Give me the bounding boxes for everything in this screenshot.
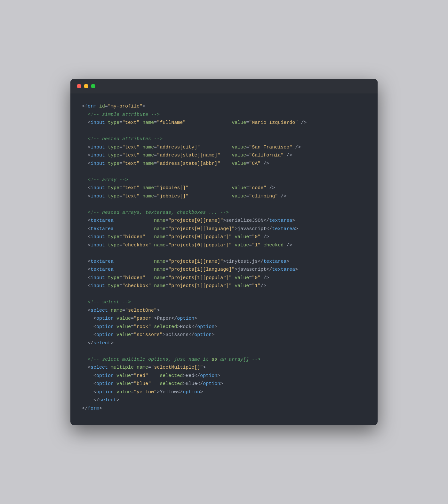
code-line: </select> (82, 396, 366, 404)
code-line: <input type="checkbox" name="projects[1]… (82, 282, 366, 290)
close-button[interactable] (77, 84, 81, 88)
code-line: <input type="hidden" name="projects[0][p… (82, 233, 366, 241)
blank-line (82, 249, 366, 258)
code-line: <input type="text" name="jobbies[]" valu… (82, 192, 366, 201)
code-line: <textarea name="projects[1][name]">tinyt… (82, 258, 366, 266)
blank-line (82, 290, 366, 299)
code-line: <!-- select --> (82, 298, 366, 307)
blank-line (82, 347, 366, 356)
code-line: <option value="rock" selected>Rock</opti… (82, 323, 366, 331)
code-line: <input type="text" name="fullName" value… (82, 119, 366, 127)
titlebar (70, 79, 378, 93)
code-line: <textarea name="projects[0][name]">seria… (82, 217, 366, 225)
code-line: <option value="scissors">Scissors</optio… (82, 331, 366, 339)
code-line: <input type="text" name="address[state][… (82, 160, 366, 168)
code-line: <select name="selectOne"> (82, 307, 366, 315)
code-line: <textarea name="projects[1][language]">j… (82, 266, 366, 274)
code-line: <option value="blue" selected>Blue</opti… (82, 380, 366, 388)
code-line: <!-- nested arrays, textareas, checkboxe… (82, 209, 366, 217)
code-line: <input type="text" name="address[city]" … (82, 143, 366, 152)
code-line: <!-- nested attributes --> (82, 135, 366, 143)
maximize-button[interactable] (91, 84, 95, 88)
blank-line (82, 127, 366, 135)
code-line: <!-- simple attribute --> (82, 111, 366, 119)
code-line: <select multiple name="selectMultiple[]"… (82, 364, 366, 372)
code-line: <input type="hidden" name="projects[1][p… (82, 274, 366, 282)
minimize-button[interactable] (84, 84, 88, 88)
code-line: <input type="text" name="jobbies[]" valu… (82, 184, 366, 192)
blank-line (82, 168, 366, 176)
code-line: <input type="checkbox" name="projects[0]… (82, 241, 366, 250)
blank-line (82, 200, 366, 209)
code-window: <form id="my-profile"> <!-- simple attri… (70, 79, 378, 425)
code-line: <option value="paper">Paper</option> (82, 315, 366, 323)
code-line: <input type="text" name="address[state][… (82, 151, 366, 160)
code-line: <option value="red" selected>Red</option… (82, 372, 366, 380)
code-line: <option value="yellow">Yellow</option> (82, 388, 366, 396)
code-line: <form id="my-profile"> (82, 102, 366, 111)
code-line: </form> (82, 404, 366, 413)
code-line: </select> (82, 339, 366, 348)
code-line: <!-- array --> (82, 176, 366, 184)
code-content: <form id="my-profile"> <!-- simple attri… (70, 93, 378, 425)
code-line: <!-- select multiple options, just name … (82, 356, 366, 364)
code-line: <textarea name="projects[0][language]">j… (82, 225, 366, 233)
